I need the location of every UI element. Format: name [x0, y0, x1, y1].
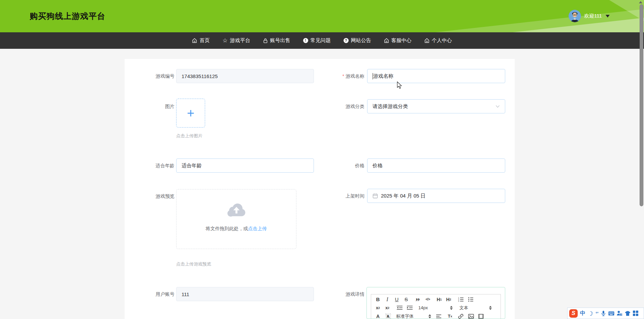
code-button[interactable]: </> — [424, 295, 431, 304]
nav-item-personal-center[interactable]: 个人中心 — [424, 37, 452, 44]
moon-icon[interactable]: ☽ — [588, 310, 593, 317]
image-upload-button[interactable]: + — [176, 99, 205, 128]
ordered-list-button[interactable]: 123 — [457, 295, 464, 304]
launch-date-input[interactable]: 2025 年 04 月 05 日 — [367, 189, 505, 203]
italic-button[interactable]: I — [384, 295, 391, 304]
clear-t: T — [448, 314, 451, 319]
highlight-button[interactable]: A — [385, 312, 391, 319]
format-value: 文本 — [459, 305, 468, 311]
microphone-icon[interactable] — [601, 311, 606, 316]
scrollbar-up-arrow[interactable] — [639, 1, 642, 3]
nav-item-game-platform[interactable]: ☆ 游戏平台 — [222, 37, 250, 44]
user-menu[interactable]: 欢迎111 — [569, 10, 610, 22]
user-badge-icon[interactable]: 18 — [617, 311, 622, 316]
main-nav: 首页 ☆ 游戏平台 账号出售 ! 常见问题 ? 网站公告 客服中心 — [0, 32, 644, 49]
sub-mark: 2 — [378, 306, 380, 310]
nav-item-home[interactable]: 首页 — [192, 37, 210, 44]
clear-x: x — [450, 315, 452, 318]
nav-item-customer-service[interactable]: 客服中心 — [384, 37, 412, 44]
bullet-list-button[interactable] — [468, 295, 474, 304]
nav-item-account-sale[interactable]: 账号出售 — [263, 37, 290, 44]
category-select[interactable]: 请选择游戏分类 — [367, 99, 505, 113]
sup-mark: 2 — [388, 306, 389, 310]
exclamation-circle-icon: ! — [303, 38, 308, 43]
nav-item-faq[interactable]: ! 常见问题 — [303, 37, 331, 44]
calendar-icon — [373, 193, 378, 199]
font-family-select[interactable]: 标准字体 — [396, 313, 431, 319]
keyboard-icon[interactable] — [608, 311, 614, 316]
image-label: 图片 — [131, 99, 174, 113]
font-color-button[interactable]: A — [375, 312, 381, 319]
age-value: 适合年龄 — [182, 163, 202, 169]
clear-format-button[interactable]: Tx — [447, 312, 453, 319]
heading2-button[interactable]: H2 — [445, 295, 452, 304]
game-edit-form: 游戏编号 1743835116125 *游戏名称 游戏名称 图片 + 点击上传图… — [125, 59, 515, 319]
video-button[interactable] — [478, 312, 484, 319]
link-button[interactable] — [457, 312, 464, 319]
preview-dropzone[interactable]: 将文件拖到此处，或点击上传 — [176, 189, 296, 249]
account-label: 用户账号 — [131, 287, 174, 301]
game-name-value: 游戏名称 — [373, 73, 393, 79]
punctuation-icon[interactable]: °’ — [595, 311, 599, 316]
price-input[interactable]: 价格 — [367, 158, 505, 173]
heading1-button[interactable]: H1 — [436, 295, 443, 304]
detail-label: 游戏详情 — [313, 287, 364, 301]
ime-language-mode[interactable]: 中 — [580, 310, 585, 317]
age-input[interactable]: 适合年龄 — [176, 158, 314, 173]
game-name-label-text: 游戏名称 — [346, 73, 364, 79]
updown-arrows-icon — [428, 314, 431, 318]
detail-editor[interactable]: B I U S ” </> H1 H2 123 x2 — [366, 287, 505, 319]
font-size-select[interactable]: 14px — [418, 305, 453, 310]
sogou-logo-icon[interactable]: S — [569, 309, 578, 318]
align-button[interactable] — [435, 312, 442, 319]
font-family-value: 标准字体 — [396, 313, 414, 319]
age-label: 适合年龄 — [131, 158, 174, 173]
game-id-value: 1743835116125 — [182, 73, 218, 79]
updown-arrows-icon — [450, 306, 453, 310]
sub-base: x — [376, 305, 378, 310]
nav-item-announcements[interactable]: ? 网站公告 — [344, 37, 371, 44]
nav-item-label: 网站公告 — [351, 37, 371, 44]
highlight-glyph: A — [385, 313, 391, 319]
click-upload-link[interactable]: 点击上传 — [248, 226, 267, 231]
font-size-value: 14px — [418, 305, 428, 310]
image-upload-hint: 点击上传图片 — [176, 133, 202, 139]
bold-button[interactable]: B — [375, 295, 381, 304]
chevron-down-icon — [606, 15, 610, 17]
site-title: 购买狗线上游戏平台 — [30, 11, 105, 22]
drop-text: 将文件拖到此处，或 — [206, 226, 248, 231]
underline-button[interactable]: U — [393, 295, 400, 304]
outdent-button[interactable] — [396, 304, 403, 312]
nav-item-label: 账号出售 — [270, 37, 290, 44]
game-id-input[interactable]: 1743835116125 — [176, 69, 314, 83]
strikethrough-button[interactable]: S — [403, 295, 410, 304]
indent-button[interactable] — [406, 304, 413, 312]
category-label: 游戏分类 — [313, 99, 364, 113]
welcome-text: 欢迎111 — [584, 13, 602, 19]
game-id-label: 游戏编号 — [131, 69, 174, 83]
h1-sub: 1 — [440, 298, 442, 301]
nav-item-label: 游戏平台 — [230, 37, 250, 44]
text-caret — [373, 73, 373, 79]
user-center-icon — [424, 38, 429, 43]
blockquote-button[interactable]: ” — [414, 295, 421, 304]
preview-label: 游戏预览 — [131, 189, 174, 203]
launch-date-label: 上架时间 — [313, 189, 364, 203]
image-button[interactable] — [468, 312, 474, 319]
header: 购买狗线上游戏平台 欢迎111 — [0, 0, 644, 32]
star-icon: ☆ — [222, 38, 227, 43]
skin-shirt-icon[interactable] — [625, 311, 631, 316]
more-tools-icon[interactable] — [633, 311, 638, 316]
updown-arrows-icon — [489, 306, 492, 310]
superscript-button[interactable]: x2 — [384, 304, 391, 312]
h1-glyph: H — [437, 297, 440, 302]
account-value: 111 — [182, 291, 189, 297]
format-select[interactable]: 文本 — [459, 305, 492, 311]
avatar[interactable] — [569, 10, 581, 22]
ime-badge-number: 18 — [620, 314, 622, 316]
account-input[interactable]: 111 — [176, 287, 314, 301]
scrollbar-thumb[interactable] — [640, 4, 643, 206]
subscript-button[interactable]: x2 — [375, 304, 381, 312]
game-name-input[interactable]: 游戏名称 — [367, 69, 505, 83]
nav-item-label: 个人中心 — [432, 37, 452, 44]
